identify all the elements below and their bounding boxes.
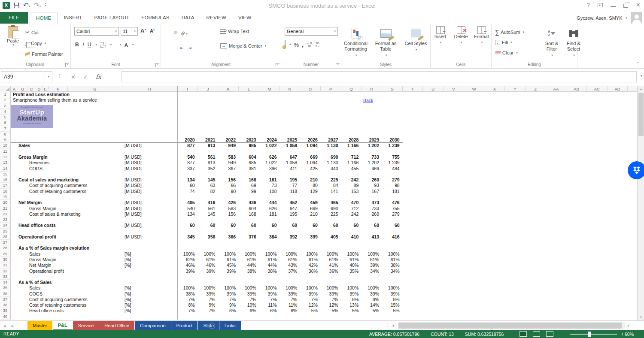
sheet-tab-p-l[interactable]: P&L <box>53 321 73 331</box>
fill-button[interactable]: ↓Fill▾ <box>495 37 524 48</box>
dropbox-badge-icon[interactable] <box>628 161 644 179</box>
align-left-button[interactable] <box>164 45 168 49</box>
row-header-35[interactable]: 35 <box>0 285 11 291</box>
cell-unit[interactable]: [M USD] <box>125 143 142 148</box>
cell-value[interactable]: 69 <box>239 183 259 188</box>
cell-label[interactable]: Net Margin <box>29 263 51 268</box>
row-header-21[interactable]: 21 <box>0 206 11 211</box>
cell-value[interactable]: 712 <box>341 206 362 211</box>
cell-unit[interactable]: [%] <box>125 308 131 314</box>
cell-value[interactable]: 45% <box>218 263 239 268</box>
cell-value[interactable]: 100% <box>341 251 362 257</box>
number-format-combo[interactable]: General▾ <box>285 27 338 36</box>
cell-value[interactable]: 39% <box>382 291 403 297</box>
row-header-14[interactable]: 14 <box>0 166 11 172</box>
cell-value[interactable]: 167 <box>361 189 382 194</box>
ribbon-tab-file[interactable]: FILE <box>0 12 28 24</box>
scroll-down-icon[interactable]: ▼ <box>638 314 644 320</box>
hscroll-left-icon[interactable]: ◂ <box>392 323 394 328</box>
insert-function-icon[interactable]: fx <box>96 73 101 80</box>
cell-value[interactable]: 39% <box>341 291 362 297</box>
cell-value[interactable]: 540 <box>177 154 198 160</box>
cell-value[interactable]: 1 022 <box>259 143 280 148</box>
cell-value[interactable]: 39% <box>280 291 301 297</box>
cell-label[interactable]: COGS <box>29 291 43 297</box>
cell-value[interactable]: 5% <box>382 308 403 314</box>
column-header-O[interactable]: O <box>300 86 321 92</box>
cell-value[interactable]: 949 <box>218 143 239 148</box>
cell-value[interactable]: 35% <box>341 269 362 274</box>
cell-value[interactable]: 470 <box>341 200 362 205</box>
cell-label[interactable]: Cost of acquiring customerss <box>29 183 87 188</box>
cell-value[interactable]: 38% <box>259 269 280 274</box>
cell-unit[interactable]: [M USD] <box>125 160 142 166</box>
sheet-tab-service[interactable]: Service <box>73 321 99 331</box>
cell-value[interactable]: 100% <box>177 285 198 291</box>
column-header-B[interactable]: B <box>18 86 27 92</box>
bold-button[interactable]: B <box>75 42 79 48</box>
cell-value[interactable]: 100% <box>300 285 321 291</box>
increase-decimal-button[interactable]: ←.0 .00 <box>307 42 312 48</box>
row-header-2[interactable]: 2 <box>0 97 11 103</box>
cell-value[interactable]: 392 <box>280 234 301 240</box>
hscroll-right-icon[interactable]: ▸ <box>628 323 630 328</box>
align-center-button[interactable] <box>169 45 173 49</box>
column-header-C[interactable]: C <box>27 86 36 92</box>
cell-value[interactable]: 156 <box>218 211 239 217</box>
cell-label[interactable]: Net Margin <box>18 200 42 205</box>
scroll-up-icon[interactable]: ▲ <box>638 86 644 92</box>
tab-scroll-divider[interactable]: ⋮ <box>385 323 389 327</box>
cell-value[interactable]: 61% <box>198 257 219 263</box>
orientation-button[interactable]: ab▾ <box>179 27 189 38</box>
cell-value[interactable]: 405 <box>177 200 198 205</box>
cell-value[interactable]: 38% <box>382 263 403 268</box>
cell-value[interactable]: 93 <box>361 183 382 188</box>
cell-value[interactable]: 279 <box>382 211 403 217</box>
paste-button[interactable]: Paste ▾ <box>3 26 22 47</box>
cell-value[interactable]: 60 <box>382 223 403 228</box>
font-dialog-launcher[interactable] <box>155 63 159 67</box>
cell-value[interactable]: 100% <box>239 251 259 257</box>
formula-expand-icon[interactable]: ▾ <box>641 74 642 78</box>
cell-value[interactable]: 141 <box>321 189 341 194</box>
cell-value[interactable]: 100% <box>321 251 341 257</box>
cell-value[interactable]: 712 <box>341 154 362 160</box>
format-painter-button[interactable]: Format Painter <box>25 48 63 59</box>
row-header-13[interactable]: 13 <box>0 160 11 166</box>
cell-value[interactable]: 10% <box>239 302 259 308</box>
row-header-3[interactable]: 3 <box>0 103 11 109</box>
cell-value[interactable]: 1 130 <box>321 160 341 166</box>
comma-style-button[interactable]: , <box>302 42 304 47</box>
cell-value[interactable]: 60 <box>259 223 280 228</box>
ribbon-tab-formulas[interactable]: FORMULAS <box>135 12 176 24</box>
cell-value[interactable]: 60 <box>361 223 382 228</box>
cell-value[interactable]: 168 <box>239 211 259 217</box>
ribbon-tab-data[interactable]: DATA <box>176 12 200 24</box>
cell-value[interactable]: 1 239 <box>382 143 403 148</box>
align-right-button[interactable] <box>174 45 177 49</box>
cell-unit[interactable]: [M USD] <box>125 234 142 240</box>
cell-label[interactable]: COGS <box>29 166 43 172</box>
zoom-in-icon[interactable]: + <box>621 331 624 337</box>
cell-unit[interactable]: [%] <box>125 251 131 257</box>
cell-value[interactable]: 89 <box>341 183 362 188</box>
clipboard-dialog-launcher[interactable] <box>65 63 69 67</box>
cell-value[interactable]: 376 <box>239 234 259 240</box>
wrap-text-button[interactable]: Wrap Text <box>220 29 249 34</box>
copy-button[interactable]: Copy▾ <box>25 38 63 48</box>
row-header-9[interactable]: 9 <box>0 137 11 143</box>
cell-value[interactable]: 38% <box>177 291 198 297</box>
cell-value[interactable]: 63 <box>198 183 219 188</box>
cell-value[interactable]: 1 094 <box>300 160 321 166</box>
cell-value[interactable]: 260 <box>361 211 382 217</box>
cell-value[interactable]: 425 <box>300 166 321 172</box>
restore-icon[interactable] <box>623 4 628 8</box>
ribbon-tab-insert[interactable]: INSERT <box>58 12 88 24</box>
cell-value[interactable]: 405 <box>321 234 341 240</box>
cell-value[interactable]: 913 <box>198 143 219 148</box>
cell-unit[interactable]: [M USD] <box>125 206 142 211</box>
autosum-button[interactable]: ∑AutoSum▾ <box>495 27 524 37</box>
row-header-31[interactable]: 31 <box>0 263 11 268</box>
cell-value[interactable]: 1 022 <box>259 160 280 166</box>
cell-value[interactable]: 73 <box>259 183 280 188</box>
